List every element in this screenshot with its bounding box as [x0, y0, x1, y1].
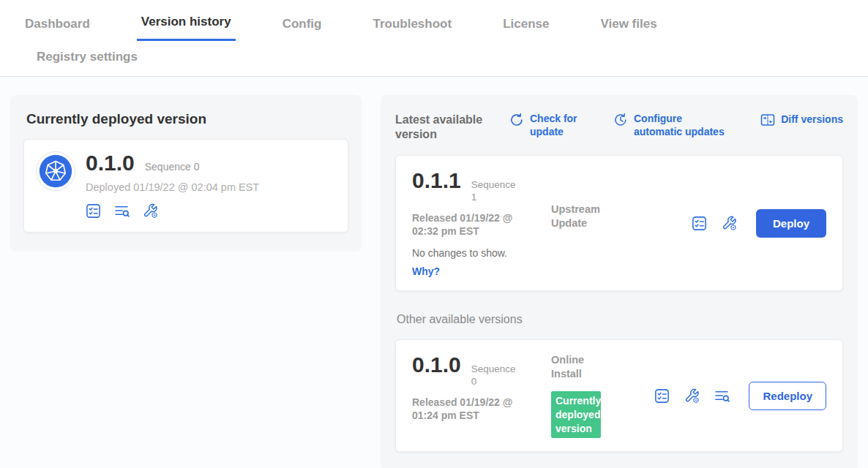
view-logs-icon[interactable]: [114, 203, 130, 219]
clock-refresh-icon: [613, 113, 628, 127]
tab-license[interactable]: License: [498, 17, 553, 41]
latest-version-card: 0.1.1 Sequence 1 Released 01/19/22 @ 02:…: [395, 155, 843, 291]
nav-tabs-row-2: Registry settings: [0, 41, 868, 76]
other-version-source: Online Install: [551, 353, 592, 381]
tab-registry-settings[interactable]: Registry settings: [32, 50, 142, 64]
tab-config[interactable]: Config: [278, 17, 326, 41]
deployed-version-details: 0.1.0 Sequence 0 Deployed 01/19/22 @ 02:…: [86, 151, 259, 219]
deployed-version-card: 0.1.0 Sequence 0 Deployed 01/19/22 @ 02:…: [23, 139, 348, 233]
deployed-actions: [86, 203, 259, 219]
other-versions-title: Other available versions: [397, 313, 843, 326]
release-notes-checklist-icon[interactable]: [86, 203, 101, 219]
latest-version-sequence: Sequence 1: [471, 177, 517, 204]
why-link[interactable]: Why?: [412, 265, 551, 277]
currently-deployed-title: Currently deployed version: [26, 111, 348, 127]
deploy-button[interactable]: Deploy: [756, 209, 826, 238]
latest-version-released: Released 01/19/22 @ 02:32 pm EST: [412, 211, 538, 238]
diff-versions-label: Diff versions: [781, 113, 843, 127]
other-version-sequence: Sequence 0: [471, 361, 517, 388]
configure-automatic-updates-link[interactable]: Configure automatic updates: [613, 113, 730, 138]
latest-version-number: 0.1.1: [412, 169, 461, 192]
redeploy-button[interactable]: Redeploy: [749, 382, 826, 410]
currently-deployed-badge: Currently deployed version: [551, 391, 601, 439]
edit-config-wrench-icon[interactable]: [143, 203, 158, 219]
main-content: Currently deployed version 0.1.0 Sequenc…: [0, 77, 868, 468]
latest-version-panel: Latest available version Check for updat…: [381, 95, 858, 468]
view-logs-icon[interactable]: [714, 388, 730, 404]
other-version-released: Released 01/19/22 @ 01:24 pm EST: [412, 396, 538, 422]
check-for-update-link[interactable]: Check for update: [509, 113, 591, 138]
release-notes-checklist-icon[interactable]: [692, 216, 707, 231]
other-version-number: 0.1.0: [412, 353, 461, 377]
latest-version-header: Latest available version Check for updat…: [395, 113, 843, 142]
tab-troubleshoot[interactable]: Troubleshoot: [368, 17, 456, 41]
refresh-icon: [509, 113, 524, 127]
other-version-actions: Redeploy: [654, 382, 826, 410]
configure-automatic-updates-label: Configure automatic updates: [634, 113, 730, 138]
deployed-sequence-label: Sequence 0: [145, 161, 200, 173]
latest-version-title: Latest available version: [395, 113, 496, 142]
other-version-status: Online Install Currently deployed versio…: [551, 353, 601, 438]
edit-config-wrench-icon[interactable]: [722, 216, 737, 231]
nav-tabs-row-1: Dashboard Version history Config Trouble…: [0, 0, 868, 41]
diff-versions-icon: [760, 113, 775, 127]
deployed-version-number: 0.1.0: [86, 151, 135, 175]
tab-view-files[interactable]: View files: [596, 17, 661, 41]
latest-version-actions: Deploy: [692, 209, 826, 238]
other-version-details: 0.1.0 Sequence 0 Released 01/19/22 @ 01:…: [412, 353, 551, 438]
diff-versions-link[interactable]: Diff versions: [760, 113, 843, 127]
deployed-timestamp: Deployed 01/19/22 @ 02:04 pm EST: [86, 181, 259, 193]
tab-dashboard[interactable]: Dashboard: [20, 17, 94, 41]
currently-deployed-panel: Currently deployed version 0.1.0 Sequenc…: [10, 95, 362, 252]
latest-version-source: Upstream Update: [551, 169, 610, 277]
tab-version-history[interactable]: Version history: [137, 15, 236, 41]
top-navigation: Dashboard Version history Config Trouble…: [0, 0, 868, 77]
kubernetes-logo-icon: [39, 154, 72, 188]
other-version-card: 0.1.0 Sequence 0 Released 01/19/22 @ 01:…: [395, 339, 843, 452]
no-changes-text: No changes to show.: [412, 247, 551, 259]
edit-config-wrench-icon[interactable]: [684, 388, 700, 404]
check-for-update-label: Check for update: [530, 113, 591, 138]
latest-version-details: 0.1.1 Sequence 1 Released 01/19/22 @ 02:…: [412, 169, 551, 277]
release-notes-checklist-icon[interactable]: [654, 388, 670, 404]
